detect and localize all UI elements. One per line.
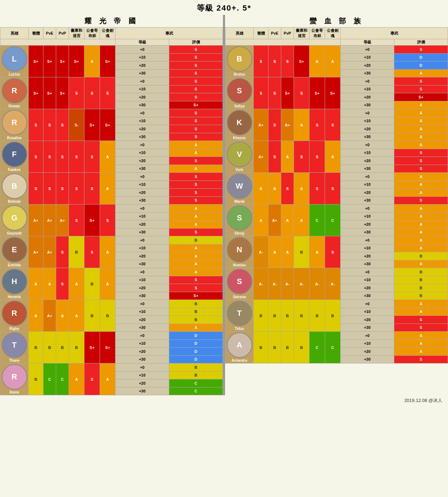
right-th-pvp: PvP — [281, 28, 294, 39]
weapon-rating-1-warek: A — [394, 181, 448, 189]
weapon-level-2-rowan: +20 — [116, 93, 169, 101]
weapon-rating-3-numisu: A — [394, 260, 448, 268]
right-th-gb: 公會哥布林 — [310, 28, 325, 39]
table-row: LLuciusS+S+S+S+AS++0S — [0, 46, 223, 54]
weapon-level-1-brutus: +10 — [341, 53, 394, 61]
lib-khasos: A — [294, 109, 310, 141]
weapon-rating-1-brutus: D — [394, 53, 448, 61]
weapon-level-1-warek: +10 — [341, 181, 394, 189]
pvp-vurk: A — [281, 141, 294, 173]
pvp-gwyneth: A+ — [56, 205, 69, 236]
gb-belinda: S — [84, 173, 100, 205]
pvp-estrilda: S — [56, 236, 69, 268]
gs-rigby: B — [100, 300, 116, 332]
gs-skreg: C — [325, 205, 341, 236]
gb-safiya: S+ — [310, 77, 325, 109]
pve-vurk: S — [269, 141, 281, 173]
gb-rigby: B — [84, 300, 100, 332]
weapon-rating-3-lucius: S — [169, 69, 223, 77]
weapon-level-2-skreg: +20 — [341, 220, 394, 229]
weapon-rating-3-rosaline: S — [169, 133, 223, 141]
hero-cell-rosaline: RRosaline — [0, 109, 29, 141]
hero-cell-numisu: NNumisu — [225, 236, 254, 268]
hero-cell-tidus: TTidus — [225, 300, 254, 332]
gs-antandra: C — [325, 332, 341, 363]
gs-khasos: S — [325, 109, 341, 141]
pvp-safiya: S+ — [281, 77, 294, 109]
weapon-level-0-estrilda: +0 — [116, 236, 169, 244]
pve-fawkes: S — [43, 141, 56, 173]
weapon-level-2-lucius: +20 — [116, 61, 169, 70]
gs-hendrik: A — [100, 268, 116, 300]
table-row: VVurkA+SASSA+0A — [225, 141, 448, 149]
weapon-rating-0-hendrik: A — [169, 268, 223, 276]
left-th-pvp: PvP — [56, 28, 69, 39]
gb-gwyneth: S+ — [84, 205, 100, 236]
weapon-rating-3-brutus: A — [394, 69, 448, 77]
gb-khasos: S — [310, 109, 325, 141]
page-title: 等級 240+. 5* — [0, 0, 448, 15]
weapon-rating-1-tidus: A — [394, 308, 448, 316]
weapon-level-0-hendrik: +0 — [116, 268, 169, 276]
overall-belinda: S — [29, 173, 43, 205]
hero-cell-warek: WWarek — [225, 173, 254, 205]
weapon-rating-0-estrilda: B — [169, 236, 223, 244]
weapon-level-3-brutus: +30 — [341, 69, 394, 77]
gs-belinda: A — [100, 173, 116, 205]
gb-antandra: C — [310, 332, 325, 363]
weapon-level-3-belinda: +30 — [116, 196, 169, 205]
weapon-level-2-fawkes: +20 — [116, 157, 169, 165]
table-row: AAntandraBBBBCC+0A — [225, 332, 448, 340]
gs-brutus: A — [325, 46, 341, 77]
weapon-level-3-fawkes: +30 — [116, 165, 169, 173]
pvp-lucius: S+ — [56, 46, 69, 77]
weapon-level-2-estrilda: +20 — [116, 252, 169, 260]
left-th-lib: 書庫和迷宮 — [69, 28, 84, 39]
weapon-level-2-safiya: +20 — [341, 93, 394, 101]
weapon-rating-1-rowan: S — [169, 85, 223, 93]
weapon-rating-3-satrana: B — [394, 292, 448, 300]
weapon-level-3-lucius: +30 — [116, 69, 169, 77]
weapon-rating-0-numisu: A — [394, 236, 448, 244]
weapon-level-0-thane: +0 — [116, 332, 169, 340]
pve-skreg: A+ — [269, 205, 281, 236]
gb-rowan: S — [84, 77, 100, 109]
weapon-level-2-thane: +20 — [116, 348, 169, 356]
weapon-level-0-satrana: +0 — [341, 268, 394, 276]
weapon-rating-0-safiya: S — [394, 77, 448, 85]
table-row: RRigbyAA+AABB+0B — [0, 300, 223, 308]
weapon-rating-0-rosaline: S — [169, 109, 223, 117]
overall-brutus: S — [254, 46, 269, 77]
weapon-level-3-rigby: +30 — [116, 324, 169, 332]
weapon-rating-2-tidus: S — [394, 316, 448, 324]
weapon-rating-2-rigby: B — [169, 316, 223, 324]
overall-rowan: S+ — [29, 77, 43, 109]
pve-tidus: B — [269, 300, 281, 332]
lib-lucius: S+ — [69, 46, 84, 77]
lib-skreg: A — [294, 205, 310, 236]
pvp-skreg: A — [281, 205, 294, 236]
lib-warek: A — [294, 173, 310, 205]
gs-rowan: S — [100, 77, 116, 109]
weapon-level-3-vurk: +30 — [341, 165, 394, 173]
weapon-rating-0-rigby: B — [169, 300, 223, 308]
weapon-level-0-antandra: +0 — [341, 332, 394, 340]
overall-hendrik: A — [29, 268, 43, 300]
gs-safiya: S+ — [325, 77, 341, 109]
overall-rigby: A — [29, 300, 43, 332]
overall-safiya: S — [254, 77, 269, 109]
gb-thane: S+ — [84, 332, 100, 363]
lib-safiya: S — [294, 77, 310, 109]
lib-rowan: S — [69, 77, 84, 109]
lib-thane: B — [69, 332, 84, 363]
pve-estrilda: A+ — [43, 236, 56, 268]
weapon-level-3-satrana: +30 — [341, 292, 394, 300]
hero-cell-thane: TThane — [0, 332, 29, 363]
weapon-rating-0-antandra: A — [394, 332, 448, 340]
weapon-level-2-rigby: +20 — [116, 316, 169, 324]
weapon-rating-3-antandra: S — [394, 355, 448, 363]
table-row: SSkregAA+AACC+0A — [225, 205, 448, 213]
hero-cell-vurk: VVurk — [225, 141, 254, 173]
pvp-rosaline: S — [56, 109, 69, 141]
table-row: WWarekAASASS+0A — [225, 173, 448, 181]
